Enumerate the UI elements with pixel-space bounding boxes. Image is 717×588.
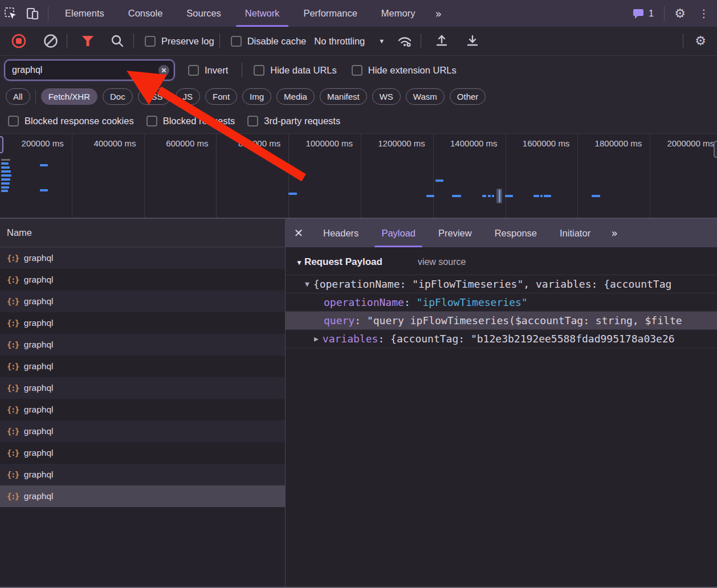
request-name: graphql (24, 383, 54, 393)
request-row[interactable]: {:}graphql (0, 312, 285, 334)
inspect-element-icon (4, 7, 18, 21)
divider (219, 34, 220, 48)
upload-icon (434, 34, 449, 48)
record-network-log-button[interactable] (8, 31, 30, 51)
import-har-button[interactable] (431, 31, 453, 51)
request-name: graphql (24, 448, 54, 458)
network-activity-bar (1, 182, 10, 185)
filter-pill-js[interactable]: JS (176, 88, 201, 105)
payload-key: operationName (324, 296, 404, 308)
detail-tab-response[interactable]: Response (483, 219, 548, 247)
tab-memory[interactable]: Memory (369, 0, 427, 27)
request-name: graphql (24, 318, 54, 328)
network-conditions-button[interactable] (394, 31, 415, 51)
network-activity-bar (540, 195, 543, 197)
request-row[interactable]: {:}graphql (0, 269, 285, 291)
detail-tab-headers[interactable]: Headers (312, 219, 370, 247)
search-button[interactable] (107, 31, 128, 51)
close-detail-button[interactable]: ✕ (286, 219, 312, 247)
hide-data-urls-checkbox[interactable]: Hide data URLs (254, 65, 336, 76)
filter-input[interactable] (5, 65, 156, 75)
network-activity-bar (544, 195, 551, 197)
filter-pill-doc[interactable]: Doc (103, 88, 133, 105)
request-row[interactable]: {:}graphql (0, 442, 285, 464)
filter-pill-other[interactable]: Other (450, 88, 486, 105)
network-activity-bar (1, 159, 10, 161)
filter-pill-img[interactable]: Img (242, 88, 271, 105)
3rd-party-requests-checkbox[interactable]: 3rd-party requests (247, 116, 340, 126)
filter-pill-ws[interactable]: WS (372, 88, 401, 105)
export-har-button[interactable] (462, 31, 483, 51)
checkbox-label: Hide data URLs (270, 65, 336, 76)
network-activity-bar (435, 179, 443, 182)
clear-network-log-button[interactable] (40, 31, 62, 51)
section-collapse-icon: ▼ (296, 259, 303, 267)
payload-line[interactable]: ▼{operationName: "ipFlowTimeseries", var… (286, 275, 717, 293)
fetch-xhr-icon: {:} (7, 362, 19, 371)
detail-tab-payload[interactable]: Payload (370, 219, 427, 247)
detail-tab-initiator[interactable]: Initiator (548, 219, 602, 247)
fetch-xhr-icon: {:} (7, 405, 19, 414)
network-activity-bar (40, 189, 48, 191)
filter-pill-css[interactable]: CSS (138, 88, 170, 105)
main-menu-button[interactable]: ⋮ (693, 3, 715, 24)
blocked-requests-checkbox[interactable]: Blocked requests (146, 116, 235, 126)
tab-performance[interactable]: Performance (291, 0, 369, 27)
preserve-log-checkbox[interactable]: Preserve log (145, 36, 214, 47)
tab-console[interactable]: Console (116, 0, 175, 27)
panel-tabs: ElementsConsoleSourcesNetworkPerformance… (53, 0, 427, 27)
filter-pill-manifest[interactable]: Manifest (320, 88, 367, 105)
tab-sources[interactable]: Sources (174, 0, 233, 27)
network-overview-timeline[interactable]: 200000 ms400000 ms600000 ms800000 ms1000… (0, 133, 717, 219)
filter-pill-media[interactable]: Media (276, 88, 315, 105)
filter-toggle-button[interactable] (77, 31, 99, 51)
record-icon (11, 34, 26, 48)
tab-elements[interactable]: Elements (53, 0, 116, 27)
view-source-link[interactable]: view source (418, 257, 466, 267)
request-row[interactable]: {:}graphql (0, 334, 285, 356)
request-row[interactable]: {:}graphql (0, 247, 285, 269)
device-toolbar-button[interactable] (22, 3, 43, 24)
settings-button[interactable]: ⚙ (669, 3, 691, 24)
more-detail-tabs-button[interactable]: » (602, 227, 627, 239)
request-type-filters: AllFetch/XHRDocCSSJSFontImgMediaManifest… (0, 84, 717, 109)
network-main-area: Name {:}graphql{:}graphql{:}graphql{:}gr… (0, 219, 717, 588)
name-column-header[interactable]: Name (0, 219, 285, 247)
request-row[interactable]: {:}graphql (0, 485, 285, 507)
more-tabs-button[interactable]: » (427, 7, 450, 20)
network-settings-button[interactable]: ⚙ (690, 31, 711, 51)
disclosure-open-icon[interactable]: ▼ (305, 280, 309, 288)
tab-network[interactable]: Network (233, 0, 292, 27)
filter-pill-fetch-xhr[interactable]: Fetch/XHR (41, 88, 97, 105)
payload-line[interactable]: operationName: "ipFlowTimeseries" (286, 293, 717, 312)
fetch-xhr-icon: {:} (7, 340, 19, 349)
disable-cache-checkbox[interactable]: Disable cache (231, 36, 307, 47)
clear-filter-button[interactable] (156, 63, 171, 77)
timeline-scroll-handle-right[interactable] (714, 141, 717, 158)
filter-pill-font[interactable]: Font (205, 88, 237, 105)
request-row[interactable]: {:}graphql (0, 399, 285, 420)
request-payload-section-header[interactable]: ▼ Request Payload view source (286, 247, 717, 275)
checkbox-label: Disable cache (247, 36, 307, 47)
issues-counter[interactable]: 1 (632, 8, 654, 19)
request-row[interactable]: {:}graphql (0, 291, 285, 312)
request-row[interactable]: {:}graphql (0, 464, 285, 485)
invert-checkbox[interactable]: Invert (188, 65, 228, 76)
blocked-response-cookies-checkbox[interactable]: Blocked response cookies (8, 116, 134, 126)
timeline-scroll-handle-left[interactable] (0, 136, 3, 153)
filter-pill-wasm[interactable]: Wasm (406, 88, 445, 105)
payload-line[interactable]: ▶variables: {accountTag: "b12e3b2192ee55… (286, 330, 717, 348)
request-row[interactable]: {:}graphql (0, 420, 285, 442)
inspect-element-button[interactable] (0, 3, 22, 24)
filter-pill-all[interactable]: All (6, 88, 30, 105)
payload-line[interactable]: query: "query ipFlowTimeseries($accountT… (286, 312, 717, 330)
request-list-pane: Name {:}graphql{:}graphql{:}graphql{:}gr… (0, 219, 286, 587)
disclosure-closed-icon[interactable]: ▶ (314, 334, 319, 343)
detail-tab-preview[interactable]: Preview (427, 219, 483, 247)
request-row[interactable]: {:}graphql (0, 356, 285, 377)
throttling-dropdown[interactable]: No throttling ▼ (314, 36, 385, 47)
request-row[interactable]: {:}graphql (0, 377, 285, 399)
divider (421, 34, 421, 48)
hide-extension-urls-checkbox[interactable]: Hide extension URLs (352, 65, 457, 76)
checkbox-label: Hide extension URLs (368, 65, 457, 76)
